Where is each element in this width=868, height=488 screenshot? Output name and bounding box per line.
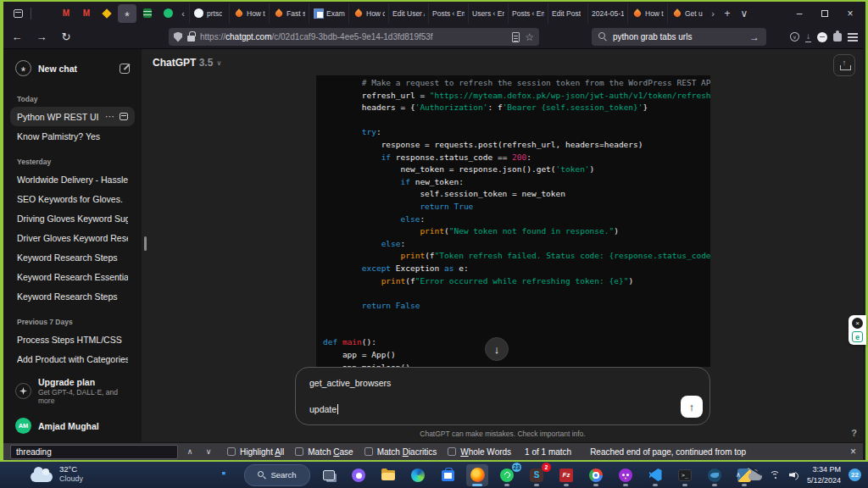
https-lock-icon[interactable]	[187, 36, 195, 42]
conversation-item[interactable]: Keyword Research Essentials	[10, 267, 135, 286]
taskbar-explorer-icon[interactable]	[377, 464, 399, 486]
browser-tab-10[interactable]: Edit Post	[548, 3, 587, 24]
pinned-tab-gmail[interactable]	[57, 4, 75, 23]
clock[interactable]: 3:34 PM 5/12/2024	[807, 464, 841, 485]
taskbar-edge-icon[interactable]	[407, 464, 429, 486]
archive-icon[interactable]	[120, 113, 128, 120]
taskbar-filezilla-icon[interactable]	[555, 464, 577, 486]
taskbar-skype-icon[interactable]: 2	[526, 464, 548, 486]
volume-icon[interactable]	[789, 471, 799, 480]
sidebar-scrollbar-thumb[interactable]	[144, 236, 147, 251]
browser-tab-2[interactable]: How t	[229, 3, 269, 24]
conversation-item[interactable]: SEO Keywords for Gloves.	[10, 189, 135, 208]
browser-tab-9[interactable]: Posts ‹ Em	[508, 3, 548, 24]
compose-icon[interactable]	[120, 64, 130, 74]
reload-button[interactable]: ↻	[55, 27, 77, 46]
search-go-arrow[interactable]: →	[749, 31, 760, 43]
taskbar-store-icon[interactable]	[437, 464, 459, 486]
conversation-item[interactable]: Driver Gloves Keyword Research	[10, 228, 135, 247]
send-button[interactable]: ↑	[681, 396, 703, 418]
extensions-puzzle-icon[interactable]	[833, 33, 842, 42]
taskbar-vscode-icon[interactable]	[644, 464, 666, 486]
find-option-a[interactable]: Highlight All	[227, 447, 284, 457]
browser-tab-11[interactable]: 2024-05-1	[587, 3, 627, 24]
scroll-to-bottom-button[interactable]: ↓	[485, 337, 509, 361]
taskbar-purple-app-icon[interactable]	[615, 464, 637, 486]
weather-widget[interactable]: 32°C Cloudy	[31, 464, 83, 484]
conversation-item[interactable]: Driving Gloves Keyword Suggestions	[10, 208, 135, 228]
pinned-tab-gmail[interactable]	[77, 4, 96, 23]
pocket-icon[interactable]: ∨	[790, 32, 799, 42]
user-menu[interactable]: AM Amjad Mughal	[10, 413, 135, 439]
taskbar-terminal-icon[interactable]	[674, 464, 696, 486]
help-button[interactable]: ?	[851, 428, 857, 438]
checkbox[interactable]	[448, 447, 456, 456]
find-close-button[interactable]: ×	[850, 446, 856, 458]
browser-tab-6[interactable]: Edit User A	[388, 3, 428, 24]
onedrive-icon[interactable]	[748, 473, 762, 480]
browser-tab-8[interactable]: Users ‹ Em	[468, 3, 508, 24]
forward-button[interactable]: →	[31, 27, 53, 46]
taskbar-firefox-icon[interactable]	[466, 464, 488, 486]
close-button[interactable]: ×	[837, 2, 863, 25]
tab-list-dropdown-button[interactable]: ∨	[736, 8, 753, 19]
tray-chevron-icon[interactable]: ∧	[736, 471, 741, 479]
upgrade-plan-button[interactable]: Upgrade plan Get GPT-4, DALL·E, and more	[10, 373, 135, 409]
tab-scroll-left-button[interactable]: ‹	[177, 8, 189, 19]
tracking-protection-shield-icon[interactable]	[174, 32, 182, 42]
browser-tab-5[interactable]: How c	[348, 3, 388, 24]
search-input[interactable]	[613, 32, 744, 42]
message-composer[interactable]: get_active_browsers update ↑	[295, 367, 710, 425]
pinned-tab-sheets[interactable]	[138, 4, 157, 23]
extension-e-icon[interactable]: e	[852, 331, 863, 342]
find-option-c[interactable]: Match Case	[295, 447, 353, 457]
taskbar-chat-icon[interactable]	[348, 464, 370, 486]
new-chat-button[interactable]: * New chat	[10, 56, 135, 80]
search-bar[interactable]: →	[592, 28, 766, 46]
pinned-tab-binance[interactable]	[97, 4, 116, 23]
browser-tab-7[interactable]: Posts ‹ Em	[428, 3, 468, 24]
conversation-item[interactable]: Worldwide Delivery - Hassle-free!	[10, 169, 135, 189]
pinned-tab-chatgpt[interactable]	[118, 4, 136, 23]
taskbar-thunderbird-icon[interactable]	[704, 464, 726, 486]
url-bar[interactable]: https://chatgpt.com/c/02d1caf9-3bdb-4ee5…	[169, 28, 539, 46]
conversation-item[interactable]: Know Palmistry? Yes	[10, 126, 135, 146]
new-tab-button[interactable]: +	[719, 8, 736, 19]
find-input[interactable]	[10, 445, 178, 459]
adblocker-extension-icon[interactable]	[817, 32, 827, 42]
tab-scroll-right-button[interactable]: ›	[707, 8, 719, 19]
model-selector[interactable]: ChatGPT 3.5 ∨	[153, 57, 221, 69]
checkbox[interactable]	[295, 447, 303, 456]
conversation-item[interactable]: Keyword Research Steps	[10, 247, 135, 267]
kebab-menu-icon[interactable]: ⋯	[105, 111, 114, 122]
find-option-w[interactable]: Whole Words	[448, 447, 511, 457]
conversation-item[interactable]: Python WP REST UI⋯	[10, 107, 135, 126]
browser-tab-4[interactable]: Exam	[309, 3, 348, 24]
maximize-button[interactable]	[812, 2, 837, 25]
conversation-item[interactable]: Keyword Research Steps	[10, 286, 135, 306]
find-next-button[interactable]: ∨	[202, 447, 215, 456]
checkbox[interactable]	[227, 447, 236, 456]
browser-tab-12[interactable]: How t	[627, 3, 667, 24]
conversation-item[interactable]: Process Steps HTML/CSS	[10, 330, 135, 349]
find-previous-button[interactable]: ∧	[183, 447, 197, 456]
widget-close-icon[interactable]: ×	[852, 318, 863, 329]
minimize-button[interactable]: –	[787, 2, 812, 25]
downloads-icon[interactable]: ↓	[805, 32, 811, 42]
back-button[interactable]: ←	[6, 27, 28, 46]
taskbar-chrome-icon[interactable]	[585, 464, 607, 486]
browser-tab-13[interactable]: Get u	[667, 3, 707, 24]
firefox-view-button[interactable]	[8, 5, 27, 22]
conversation-item[interactable]: Add Product with Categories	[10, 349, 135, 369]
reader-mode-icon[interactable]	[512, 32, 520, 42]
checkbox[interactable]	[364, 447, 373, 456]
menu-hamburger-icon[interactable]	[848, 33, 858, 42]
bookmark-star-icon[interactable]: ☆	[525, 32, 534, 42]
share-button[interactable]: ↑	[833, 54, 855, 76]
code-block[interactable]: # Make a request to refresh the session …	[316, 75, 710, 367]
taskbar-search-box[interactable]: Search	[244, 464, 310, 486]
wifi-icon[interactable]	[770, 471, 782, 480]
taskbar-task-view-icon[interactable]	[318, 464, 340, 486]
browser-tab-1[interactable]: prtsc	[189, 3, 229, 24]
pinned-tab-green-app[interactable]	[159, 4, 177, 23]
